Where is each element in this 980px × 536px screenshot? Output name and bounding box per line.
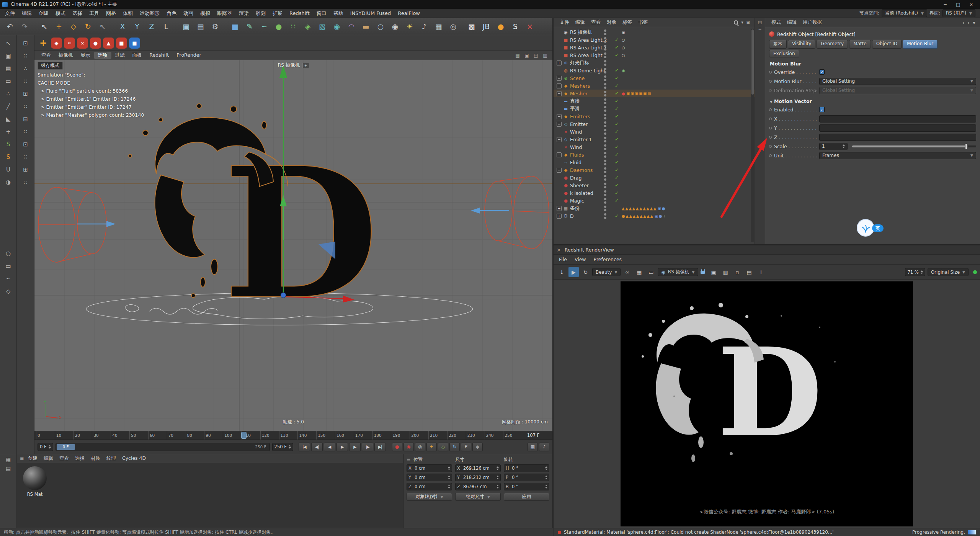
timeline-tick[interactable]: 180 [372,431,391,440]
scrollbar-thumb[interactable] [751,29,754,95]
main-menu-item[interactable]: 运动图形 [136,9,163,18]
viewport-menu-item[interactable]: 查看 [38,52,55,59]
visibility-dots[interactable] [604,175,606,181]
viewport-menu-item[interactable]: 选项 [94,52,111,59]
object-name[interactable]: Sheeter [570,183,589,188]
main-menu-item[interactable]: 角色 [163,9,180,18]
main-menu-item[interactable]: RealFlow [394,9,423,18]
size-field[interactable]: Z86.967 cm [455,483,501,490]
object-name[interactable]: k Isolated [570,190,593,196]
object-scrollbar[interactable] [751,29,754,242]
visibility-dots[interactable] [604,75,606,81]
prev-frame-button[interactable]: ◀ [324,443,335,451]
attribute-tab[interactable]: Object ID [872,40,902,49]
keyframe-dot[interactable] [769,71,772,74]
main-menu-item[interactable]: 渲染 [235,9,252,18]
current-frame-marker[interactable] [241,432,247,439]
tag-icons[interactable]: ▲▲▲▲▲▲▲▲▲▲ ▣● [622,206,666,211]
dither-grid-icon[interactable]: ▦ [634,267,644,277]
attribute-tab[interactable]: Visibility [788,40,815,49]
visibility-dots[interactable] [604,37,606,43]
object-row[interactable]: ● k Isolated ✓ [554,189,755,197]
object-row[interactable]: ≈ Fluid ✓ [554,159,755,166]
visibility-dots[interactable] [604,144,606,150]
circle-selection-icon[interactable]: ○ [2,248,15,259]
size-field[interactable]: X269.126 cm [455,464,501,472]
keyframe-dot[interactable] [769,127,772,129]
enable-toggle[interactable]: ✓ [614,213,619,219]
timeline-tick[interactable]: 40 [111,431,129,440]
camera-swap-icon[interactable]: + [302,63,309,68]
main-menu-item[interactable]: 跟踪器 [214,9,235,18]
object-name[interactable]: Fluid [570,160,581,165]
fused-mesher-icon[interactable]: ■ [129,38,140,49]
tweak-mode-icon[interactable]: + [2,126,15,137]
visibility-dots[interactable] [604,160,606,165]
object-row[interactable]: − ◇ Emitter ✓ [554,120,755,128]
material-manager-grip-icon[interactable]: ▦ [6,456,11,462]
next-key-button[interactable]: |▶ [362,443,373,451]
expander-icon[interactable]: − [557,114,562,119]
coord-size-dropdown[interactable]: 绝对尺寸▼ [455,493,501,501]
object-name[interactable]: Scene [570,75,585,81]
visibility-dots[interactable] [604,29,606,35]
object-row[interactable]: ■ RS Area Light.1 ✓ ○ [554,44,755,51]
mirror-tool-icon[interactable]: ◑ [2,176,15,188]
z-axis-lock-icon[interactable]: Z [145,20,158,33]
main-menu-item[interactable]: 雕刻 [252,9,269,18]
main-menu-item[interactable]: 网格 [103,9,119,18]
main-menu-item[interactable]: INSYDIUM Fused [347,9,395,18]
snap-edge-icon[interactable]: ∷ [20,75,32,87]
render-view-button[interactable]: ▣ [179,20,193,33]
renderview-close-icon[interactable]: × [557,247,561,253]
jb-plugin-button[interactable]: JB [479,20,493,33]
visibility-dots[interactable] [604,68,606,74]
visibility-dots[interactable] [604,129,606,135]
enable-toggle[interactable]: ✓ [614,175,619,180]
y-axis-lock-icon[interactable]: Y [130,20,144,33]
timeline-tick[interactable]: 120 [260,431,279,440]
enable-toggle[interactable]: ✓ [614,167,619,173]
camera-lock-icon[interactable] [701,271,705,274]
tag-icons[interactable]: ●▲▲▲▲▲▲▲▲ ▣●+ [622,214,666,218]
add-deformer-button[interactable]: ◠ [345,20,358,33]
object-name[interactable]: 直接 [570,98,580,105]
main-menu-item[interactable]: 模拟 [197,9,214,18]
expander-icon[interactable]: + [557,60,562,65]
enable-toggle[interactable]: ✓ [614,83,619,88]
main-menu-item[interactable]: 扩展 [269,9,286,18]
visibility-dots[interactable] [604,91,606,96]
enable-toggle[interactable]: ✓ [614,68,619,73]
attribute-tab[interactable]: Matte [849,40,871,49]
main-menu-item[interactable]: 文件 [2,9,18,18]
timeline-tick[interactable]: 160 [335,431,354,440]
live-selection-tool-icon[interactable]: ↖ [2,38,15,49]
enable-toggle[interactable]: ✓ [614,183,619,188]
keyframe-dot[interactable] [769,80,772,83]
coord-burger-icon[interactable]: ≡ [407,457,411,462]
expander-icon[interactable]: − [557,91,562,96]
main-menu-item[interactable]: 帮助 [330,9,347,18]
snap-axis-icon[interactable]: ⊟ [20,113,32,125]
object-name[interactable]: Wind [570,144,582,150]
texture-mode-icon[interactable]: ▤ [2,63,15,74]
add-camera-button[interactable]: ◉ [388,20,402,33]
model-mode-icon[interactable]: ▣ [2,50,15,62]
timeline-tick[interactable]: 0 [36,431,55,440]
object-menu-item[interactable]: 查看 [588,19,604,26]
main-menu-item[interactable]: 选择 [69,9,86,18]
object-row[interactable]: ◉ RS 摄像机 ▣ [554,28,755,36]
viewport-layout-all-icon[interactable]: ▦ [513,52,522,59]
viewport-layout-single-icon[interactable]: ▣ [523,52,531,59]
keyframe-dot[interactable] [769,136,772,139]
object-menu-item[interactable]: 对象 [604,19,619,26]
tag-icons[interactable]: ◉ [622,69,626,73]
image-icon[interactable]: ▤ [744,267,755,277]
object-name[interactable]: D [570,213,574,219]
record-rotation-toggle[interactable]: ↻ [449,443,460,451]
timeline-tick[interactable]: 140 [297,431,316,440]
z-field[interactable] [819,134,976,141]
timeline-tick[interactable]: 240 [485,431,503,440]
object-name[interactable]: Emitters [570,114,590,119]
fused-plugin-icon-4[interactable]: ● [90,38,101,49]
